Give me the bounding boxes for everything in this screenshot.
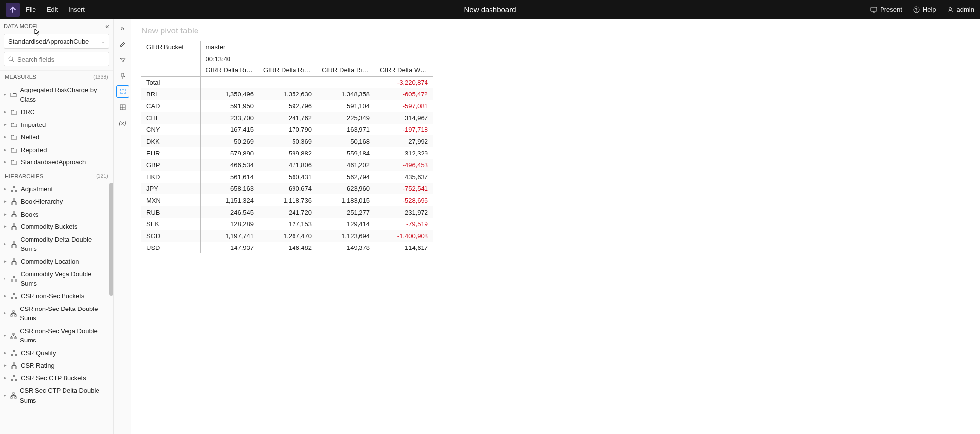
hierarchy-item[interactable]: ▸Adjustment [0,183,113,196]
pivot-cell[interactable]: 312,329 [375,147,433,159]
pivot-row-header[interactable]: USD [141,242,200,253]
pivot-cell[interactable]: 114,617 [375,242,433,253]
filter-tool-icon[interactable] [116,54,129,66]
expand-icon[interactable]: ▸ [3,223,8,230]
pivot-cell[interactable]: 241,762 [259,112,317,124]
pivot-cell[interactable]: 129,414 [317,218,375,230]
menu-edit[interactable]: Edit [47,6,58,13]
variable-tool-icon[interactable]: (x) [116,117,129,129]
pivot-cell[interactable]: 690,674 [259,183,317,194]
pivot-cell[interactable]: 471,806 [259,159,317,171]
pivot-cell[interactable]: 251,277 [317,206,375,218]
hierarchies-scrollbar[interactable] [109,183,113,296]
pivot-cell[interactable]: 1,350,496 [200,88,259,100]
pivot-cell[interactable]: -1,400,908 [375,230,433,242]
widget-title[interactable]: New pivot table [141,26,970,36]
pivot-row-header[interactable]: MXN [141,194,200,206]
pivot-cell[interactable]: 1,197,741 [200,230,259,242]
pivot-row-header[interactable]: HKD [141,171,200,183]
pivot-cell[interactable]: 466,534 [200,159,259,171]
pivot-cell[interactable]: 592,796 [259,100,317,112]
pivot-cell[interactable]: 146,482 [259,242,317,253]
pivot-cell[interactable]: 50,269 [200,135,259,147]
pivot-cell[interactable]: 246,545 [200,206,259,218]
pivot-row-header[interactable]: JPY [141,183,200,194]
pivot-cell[interactable]: 241,720 [259,206,317,218]
hierarchy-item[interactable]: ▸CSR Sec CTP Buckets [0,372,113,385]
hierarchy-item[interactable]: ▸Commodity Delta Double Sums [0,233,113,255]
pivot-cell[interactable]: -496,453 [375,159,433,171]
pivot-cell[interactable]: 1,348,358 [317,88,375,100]
expand-icon[interactable]: ▸ [3,92,7,98]
pivot-cell[interactable]: 562,794 [317,171,375,183]
pivot-column-header[interactable]: GIRR Delta Risk P... [200,64,259,76]
hierarchy-item[interactable]: ▸Commodity Location [0,255,113,268]
pivot-cell[interactable]: 579,890 [200,147,259,159]
pivot-cell[interactable]: 561,614 [200,171,259,183]
pivot-cell[interactable]: 163,971 [317,124,375,135]
pivot-cell[interactable]: 233,700 [200,112,259,124]
expand-icon[interactable]: ▸ [3,332,7,339]
pivot-column-header[interactable]: GIRR Delta Weigh... [375,64,433,76]
pivot-cell[interactable]: 225,349 [317,112,375,124]
app-logo[interactable] [6,3,20,17]
pivot-cell[interactable] [259,76,317,88]
measures-item[interactable]: ▸StandardisedApproach [0,156,113,169]
measures-item[interactable]: ▸Aggregated RiskCharge by Class [0,84,113,106]
expand-icon[interactable]: ▸ [3,241,8,248]
pencil-tool-icon[interactable] [116,38,129,51]
expand-rail-icon[interactable]: » [119,22,127,34]
expand-icon[interactable]: ▸ [3,362,8,369]
pivot-row-header[interactable]: EUR [141,147,200,159]
pivot-column-header[interactable]: GIRR Delta Risk P... [317,64,375,76]
pivot-cell[interactable]: 623,960 [317,183,375,194]
pivot-row-header[interactable]: CAD [141,100,200,112]
pivot-cell[interactable]: 559,184 [317,147,375,159]
hierarchy-item[interactable]: ▸Books [0,208,113,221]
expand-icon[interactable]: ▸ [3,276,8,282]
expand-icon[interactable]: ▸ [3,392,7,399]
pivot-cell[interactable]: 591,104 [317,100,375,112]
expand-icon[interactable]: ▸ [3,350,8,357]
collapse-sidebar-icon[interactable]: « [105,22,109,30]
help-button[interactable]: Help [913,6,936,13]
hierarchy-item[interactable]: ▸Commodity Buckets [0,220,113,233]
select-tool-icon[interactable] [116,85,129,98]
pivot-cell[interactable]: 1,352,630 [259,88,317,100]
pivot-row-header[interactable]: GBP [141,159,200,171]
pivot-cell[interactable]: 599,882 [259,147,317,159]
pivot-cell[interactable]: 461,202 [317,159,375,171]
pivot-cell[interactable]: -3,220,874 [375,76,433,88]
pivot-column-header[interactable]: GIRR Delta Risk P... [259,64,317,76]
pivot-col-time[interactable]: 00:13:40 [200,53,259,64]
cube-selector[interactable]: StandardisedApproachCube ⌄ [4,34,109,49]
expand-icon[interactable]: ▸ [3,258,8,265]
pivot-cell[interactable] [200,76,259,88]
expand-icon[interactable]: ▸ [3,109,8,116]
pivot-cell[interactable]: 147,937 [200,242,259,253]
pivot-cell[interactable]: -197,718 [375,124,433,135]
pivot-table[interactable]: GIRR Bucketmaster00:13:40GIRR Delta Risk… [141,41,433,253]
pivot-cell[interactable]: 1,118,736 [259,194,317,206]
pivot-cell[interactable]: 560,431 [259,171,317,183]
pivot-cell[interactable]: 314,967 [375,112,433,124]
pivot-cell[interactable]: -597,081 [375,100,433,112]
search-fields-box[interactable] [4,52,109,66]
pivot-cell[interactable]: 1,183,015 [317,194,375,206]
pivot-cell[interactable]: 435,637 [375,171,433,183]
pivot-row-header[interactable]: CNY [141,124,200,135]
hierarchy-item[interactable]: ▸Commodity Vega Double Sums [0,268,113,290]
measures-item[interactable]: ▸Reported [0,144,113,156]
expand-icon[interactable]: ▸ [3,310,7,317]
expand-icon[interactable]: ▸ [3,293,8,300]
pivot-cell[interactable]: -528,696 [375,194,433,206]
expand-icon[interactable]: ▸ [3,186,8,193]
pivot-cell[interactable]: 50,168 [317,135,375,147]
expand-icon[interactable]: ▸ [3,134,8,141]
pivot-cell[interactable]: 1,151,324 [200,194,259,206]
pivot-cell[interactable]: 27,992 [375,135,433,147]
pivot-cell[interactable]: -79,519 [375,218,433,230]
pivot-cell[interactable]: -605,472 [375,88,433,100]
expand-icon[interactable]: ▸ [3,147,8,154]
pivot-row-header[interactable]: SGD [141,230,200,242]
